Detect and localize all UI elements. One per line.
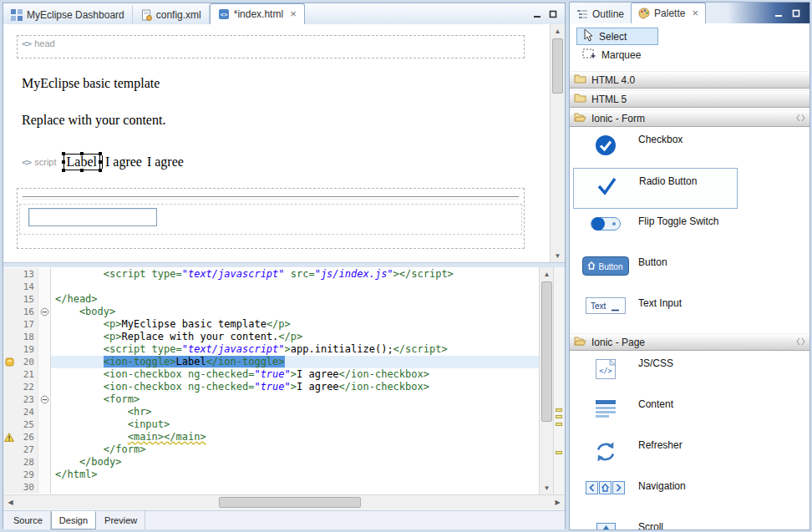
code-text[interactable]: <p>Replace with your content.</p> (51, 331, 540, 343)
code-line[interactable]: 16 <body> (3, 306, 540, 318)
scroll-left-arrow-icon[interactable]: ◀ (3, 495, 18, 509)
palette-item-checkbox[interactable]: Checkbox (570, 127, 809, 168)
scroll-up-arrow-icon[interactable]: ▲ (540, 267, 554, 281)
editor-tab[interactable]: MyEclipse Dashboard (3, 5, 133, 24)
code-text[interactable]: <p>MyEclipse basic template</p> (51, 318, 540, 331)
script-element-label[interactable]: script (34, 157, 56, 167)
scroll-right-arrow-icon[interactable]: ▶ (551, 495, 565, 509)
palette-item-navigation[interactable]: Navigation (570, 474, 809, 514)
hr-element[interactable] (23, 196, 519, 200)
palette-item-button[interactable]: ButtonButton (570, 250, 809, 291)
palette-drawer-ionic-form[interactable]: Ionic - Form (570, 109, 809, 127)
scrollbar-thumb[interactable] (552, 38, 563, 94)
code-line[interactable]: 26 <main></main> (3, 431, 540, 443)
selected-toggle-element[interactable]: Label (63, 154, 100, 170)
selection-handle[interactable] (62, 169, 65, 172)
selection-handle[interactable] (62, 160, 65, 164)
selection-handle[interactable] (62, 152, 65, 155)
scroll-down-arrow-icon[interactable]: ▼ (540, 481, 554, 494)
selection-handle[interactable] (99, 169, 102, 172)
code-line[interactable]: 24 <hr> (3, 406, 540, 418)
code-line[interactable]: 19 <script type="text/javascript">app.in… (3, 343, 540, 356)
overview-warning-mark[interactable] (556, 451, 562, 454)
code-line[interactable]: 22 <ion-checkbox ng-checked="true">I agr… (3, 381, 540, 393)
palette-item-js-css[interactable]: </>JS/CSS (570, 351, 809, 392)
fold-icon[interactable] (38, 306, 51, 318)
checkbox-element-2[interactable]: I agree (147, 155, 184, 170)
overview-warning-mark[interactable] (556, 423, 562, 426)
mode-tab-design[interactable]: Design (51, 511, 96, 529)
code-line[interactable]: 15</head> (3, 293, 540, 306)
pin-drawer-icon[interactable] (796, 337, 805, 348)
palette-tool-select[interactable]: Select (576, 28, 658, 45)
palette-tool-marquee[interactable]: Marquee (576, 46, 658, 63)
palette-item-radio-button[interactable]: Radio Button (573, 168, 738, 209)
mode-tab-preview[interactable]: Preview (97, 511, 145, 529)
code-line[interactable]: 28 </body> (3, 456, 540, 469)
code-text[interactable]: <script type="text/javascript">app.initi… (51, 343, 540, 356)
view-tab-palette[interactable]: Palette× (631, 3, 706, 23)
minimize-icon[interactable] (773, 8, 784, 19)
code-text[interactable]: </form> (51, 443, 540, 456)
code-line[interactable]: 25 <input> (3, 418, 540, 431)
scrollbar-thumb[interactable] (541, 281, 552, 422)
code-text[interactable]: </body> (51, 456, 540, 469)
code-text[interactable]: <main></main> (51, 431, 540, 443)
scrollbar-thumb[interactable] (219, 497, 361, 508)
palette-item-flip-toggle-switch[interactable]: Flip Toggle Switch (570, 209, 809, 250)
palette-drawer-html-4-0[interactable]: HTML 4.0 (570, 71, 809, 89)
code-line[interactable]: 30 (3, 481, 540, 494)
code-line[interactable]: 20 <ion-toggle>Label</ion-toggle> (3, 356, 540, 368)
code-text[interactable]: <ion-checkbox ng-checked="true">I agree<… (51, 381, 540, 393)
editor-tab[interactable]: <>*index.html× (210, 3, 305, 24)
source-editor[interactable]: 13 <script type="text/javascript" src="j… (3, 267, 565, 494)
head-element-box[interactable]: <>head (17, 35, 525, 58)
scroll-down-arrow-icon[interactable]: ▼ (551, 249, 565, 262)
checkbox-element-1[interactable]: I agree (105, 155, 142, 170)
selection-handle[interactable] (80, 152, 84, 155)
close-icon[interactable]: × (692, 9, 698, 18)
code-text[interactable]: </head> (51, 293, 540, 306)
design-paragraph-1[interactable]: MyEclipse basic template (22, 76, 160, 91)
editor-tab[interactable]: config.xml (133, 5, 210, 24)
code-text[interactable] (51, 281, 540, 293)
view-tab-outline[interactable]: Outline (570, 4, 631, 23)
palette-item-scroll[interactable]: Scroll (570, 514, 809, 529)
code-text[interactable]: <script type="text/javascript" src="js/i… (51, 268, 540, 281)
code-line[interactable]: 29</html> (3, 469, 540, 481)
fold-icon[interactable] (38, 393, 51, 406)
code-line[interactable]: 27 </form> (3, 443, 540, 456)
maximize-icon[interactable] (547, 8, 559, 20)
overview-warning-mark[interactable] (556, 415, 562, 418)
code-text[interactable]: </html> (51, 469, 540, 481)
scroll-up-arrow-icon[interactable]: ▲ (551, 24, 565, 38)
main-element-box[interactable] (19, 204, 522, 235)
design-paragraph-2[interactable]: Replace with your content. (22, 113, 165, 128)
code-line[interactable]: 21 <ion-checkbox ng-checked="true">I agr… (3, 368, 540, 381)
code-line[interactable]: 23 <form> (3, 393, 540, 406)
selection-handle[interactable] (99, 152, 102, 155)
palette-drawer-html-5[interactable]: HTML 5 (570, 90, 809, 108)
code-text[interactable] (51, 481, 540, 494)
code-text[interactable]: <hr> (51, 406, 540, 418)
input-element[interactable] (28, 208, 157, 226)
overview-warning-mark[interactable] (556, 408, 562, 412)
palette-drawer-ionic-page[interactable]: Ionic - Page (570, 333, 809, 351)
code-line[interactable]: 17 <p>MyEclipse basic template</p> (3, 318, 540, 331)
mode-tab-source[interactable]: Source (6, 511, 51, 529)
palette-item-content[interactable]: Content (570, 392, 809, 433)
code-text[interactable]: <ion-checkbox ng-checked="true">I agree<… (51, 368, 540, 381)
close-icon[interactable]: × (290, 10, 297, 18)
selection-handle[interactable] (99, 160, 102, 164)
pin-drawer-icon[interactable] (796, 113, 805, 124)
maximize-icon[interactable] (790, 8, 802, 19)
code-line[interactable]: 18 <p>Replace with your content.</p> (3, 331, 540, 343)
form-element-box[interactable] (17, 188, 525, 249)
minimize-icon[interactable] (531, 8, 543, 20)
code-line[interactable]: 14 (3, 281, 540, 293)
code-line[interactable]: 13 <script type="text/javascript" src="j… (3, 268, 540, 281)
code-area[interactable]: 13 <script type="text/javascript" src="j… (3, 268, 540, 494)
code-text[interactable]: <input> (51, 418, 540, 431)
code-text[interactable]: <form> (51, 393, 540, 406)
code-text[interactable]: <body> (51, 306, 540, 318)
